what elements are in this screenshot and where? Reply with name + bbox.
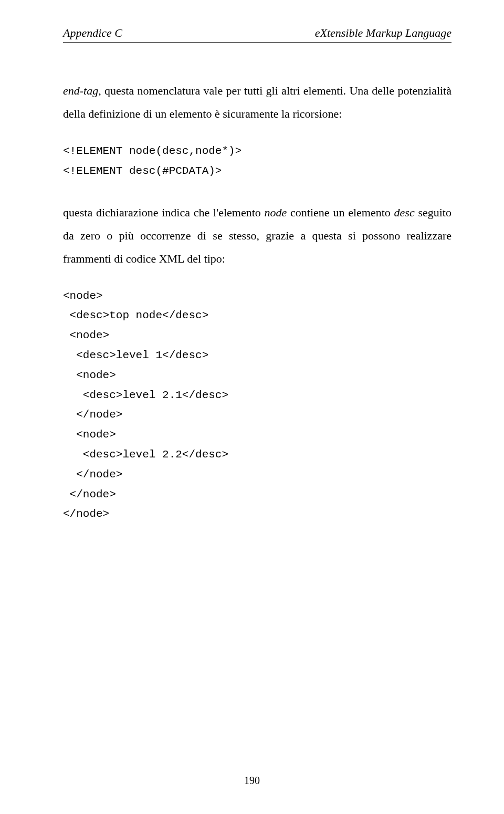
para1-t2: questa nomenclatura vale per tutti gli a…: [63, 84, 452, 120]
para1-t1: end-tag,: [63, 84, 101, 97]
para2-t1: questa dichiarazione indica che l'elemen…: [63, 206, 265, 219]
paragraph-2: questa dichiarazione indica che l'elemen…: [63, 201, 452, 270]
page-number: 190: [0, 775, 504, 787]
code-block-2: <node> <desc>top node</desc> <node> <des…: [63, 286, 452, 525]
code-block-1: <!ELEMENT node(desc,node*)> <!ELEMENT de…: [63, 141, 452, 181]
header-right: eXtensible Markup Language: [315, 26, 452, 40]
header-right-prefix: e: [315, 26, 320, 39]
para2-t2: node: [265, 206, 287, 219]
header-right-rest: Xtensible Markup Language: [320, 26, 452, 39]
header-left: Appendice C: [63, 26, 122, 40]
page-header: Appendice C eXtensible Markup Language: [63, 26, 452, 43]
page-container: Appendice C eXtensible Markup Language e…: [0, 0, 504, 814]
para2-t4: desc: [394, 206, 415, 219]
para2-t3: contiene un elemento: [287, 206, 394, 219]
paragraph-1: end-tag, questa nomenclatura vale per tu…: [63, 79, 452, 126]
